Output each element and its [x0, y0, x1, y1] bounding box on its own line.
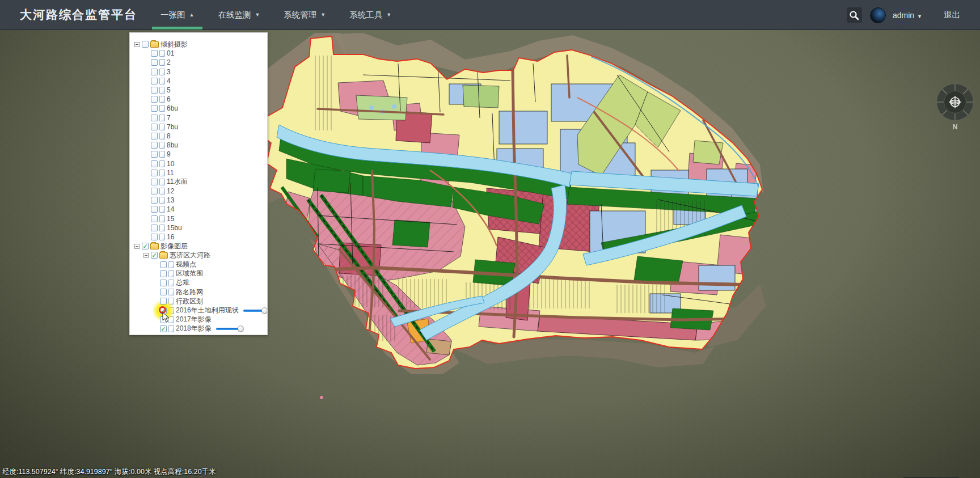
layer-checkbox[interactable] — [151, 151, 158, 158]
layer-row: 9 — [130, 150, 267, 159]
layer-checkbox[interactable] — [151, 215, 158, 222]
checkbox-wrap — [151, 50, 158, 57]
document-icon — [159, 115, 165, 121]
layer-checkbox[interactable] — [151, 234, 158, 240]
layer-checkbox[interactable] — [151, 206, 158, 213]
layer-checkbox[interactable] — [160, 261, 167, 268]
checkbox-wrap — [160, 298, 167, 304]
tree-collapse-icon[interactable] — [143, 253, 149, 258]
layer-label[interactable]: 2017年影像 — [176, 315, 212, 324]
opacity-slider[interactable] — [216, 328, 241, 330]
document-icon — [159, 69, 165, 75]
layer-checkbox[interactable] — [151, 142, 158, 149]
menu-item-0[interactable]: 一张图▲ — [156, 0, 198, 29]
slider-knob[interactable] — [238, 325, 244, 332]
checkbox-wrap — [160, 261, 167, 268]
layer-checkbox[interactable] — [160, 289, 167, 295]
layer-label[interactable]: 16 — [167, 233, 174, 241]
layer-label[interactable]: 14 — [167, 205, 174, 213]
layer-label[interactable]: 总规 — [176, 278, 189, 287]
checkbox-wrap — [151, 96, 158, 103]
layer-checkbox[interactable]: ✓ — [151, 252, 158, 259]
layer-label[interactable]: 5 — [167, 86, 171, 94]
layer-label[interactable]: 倾斜摄影 — [160, 40, 188, 49]
layer-label[interactable]: 4 — [167, 77, 171, 85]
layer-checkbox[interactable] — [151, 188, 158, 194]
user-menu[interactable]: admin▼ — [893, 11, 922, 20]
layer-label[interactable]: 8 — [167, 132, 171, 140]
layer-label[interactable]: 区域范围 — [176, 269, 203, 278]
layer-row: 7 — [130, 113, 267, 122]
layer-checkbox[interactable] — [160, 280, 167, 286]
layer-checkbox[interactable] — [151, 87, 158, 94]
layer-label[interactable]: 7 — [167, 114, 171, 122]
logout-button[interactable]: 退出 — [944, 10, 960, 20]
layer-checkbox[interactable] — [151, 69, 158, 75]
folder-icon — [150, 243, 159, 249]
layer-label[interactable]: 2016年土地利用现状 — [176, 306, 239, 315]
layer-label[interactable]: 行政区划 — [176, 297, 203, 306]
layer-label[interactable]: 11水面 — [167, 177, 187, 187]
layer-label[interactable]: 视频点 — [176, 260, 196, 269]
layer-row: 11 — [130, 168, 267, 177]
layer-label[interactable]: 10 — [167, 160, 174, 168]
layer-label[interactable]: 01 — [167, 49, 174, 57]
layer-label[interactable]: 2018年影像 — [176, 324, 212, 333]
menu-label: 一张图 — [160, 10, 185, 20]
layer-checkbox[interactable] — [151, 133, 158, 139]
layer-label[interactable]: 8bu — [167, 141, 178, 149]
layer-label[interactable]: 路名路网 — [176, 287, 203, 297]
layer-checkbox[interactable] — [151, 78, 158, 84]
layer-checkbox[interactable]: ✓ — [142, 243, 149, 249]
layer-label[interactable]: 影像图层 — [160, 242, 188, 251]
menu-item-3[interactable]: 系统工具▼ — [345, 0, 396, 29]
layer-label[interactable]: 6bu — [167, 104, 178, 112]
layer-checkbox[interactable]: ✓ — [160, 325, 167, 332]
menu-item-2[interactable]: 系统管理▼ — [279, 0, 330, 29]
username: admin — [893, 11, 914, 20]
layer-label[interactable]: 2 — [167, 58, 171, 66]
tree-collapse-icon[interactable] — [134, 42, 140, 47]
layer-label[interactable]: 11 — [167, 169, 174, 177]
layer-checkbox[interactable] — [151, 225, 158, 231]
layer-label[interactable]: 15 — [167, 215, 174, 223]
layer-label[interactable]: 6 — [167, 95, 171, 103]
layer-row: 4 — [130, 77, 267, 86]
layer-label[interactable]: 惠济区大河路 — [170, 251, 210, 260]
layer-checkbox[interactable] — [151, 96, 158, 103]
compass-control[interactable]: N — [935, 82, 975, 132]
layer-checkbox[interactable] — [151, 59, 158, 66]
layer-checkbox[interactable] — [151, 160, 158, 167]
layer-label[interactable]: 9 — [167, 150, 171, 158]
menu-item-1[interactable]: 在线监测▼ — [213, 0, 264, 29]
top-bar: 大河路综合监管平台 一张图▲在线监测▼系统管理▼系统工具▼ admin▼ 退出 — [0, 0, 980, 30]
layer-checkbox[interactable] — [160, 270, 167, 277]
slider-knob[interactable] — [261, 307, 268, 314]
layer-checkbox[interactable] — [151, 50, 158, 57]
layer-label[interactable]: 15bu — [167, 224, 182, 232]
layer-checkbox[interactable] — [151, 179, 158, 185]
checkbox-wrap — [151, 170, 158, 176]
layer-label[interactable]: 12 — [167, 187, 174, 195]
layer-row: 11水面 — [130, 177, 267, 187]
layer-row: 16 — [130, 232, 267, 242]
checkbox-wrap — [151, 115, 158, 121]
layer-label[interactable]: 7bu — [167, 123, 178, 131]
layer-checkbox[interactable] — [151, 170, 158, 176]
layer-checkbox[interactable] — [151, 105, 158, 112]
document-icon — [159, 96, 165, 103]
layer-row: 8bu — [130, 141, 267, 150]
layer-checkbox[interactable] — [142, 41, 149, 48]
layer-label[interactable]: 13 — [167, 196, 174, 204]
opacity-slider[interactable] — [243, 310, 265, 312]
layer-checkbox[interactable] — [151, 115, 158, 121]
layer-checkbox[interactable] — [151, 197, 158, 204]
document-icon — [159, 179, 165, 185]
layer-checkbox[interactable] — [151, 124, 158, 130]
tree-collapse-icon[interactable] — [134, 244, 140, 249]
document-icon — [159, 78, 165, 84]
user-avatar[interactable] — [870, 7, 886, 23]
layer-checkbox[interactable] — [160, 298, 167, 304]
search-button[interactable] — [847, 7, 862, 23]
layer-label[interactable]: 3 — [167, 68, 171, 76]
